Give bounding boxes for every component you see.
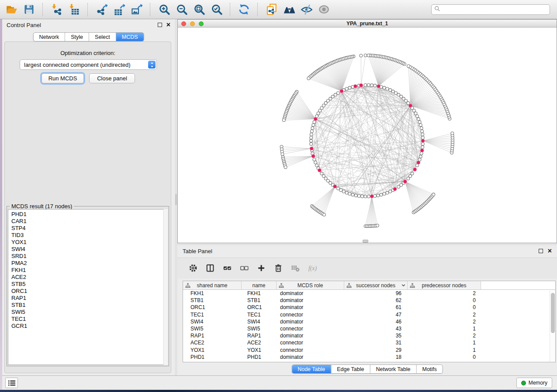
network-node[interactable] (370, 84, 374, 87)
network-node[interactable] (312, 124, 315, 127)
network-window-titlebar[interactable]: YPA_prune.txt_1 (178, 20, 557, 28)
network-node[interactable] (345, 87, 348, 90)
network-node[interactable] (402, 97, 405, 100)
network-node[interactable] (348, 193, 351, 196)
network-node[interactable] (329, 182, 332, 185)
tab-select[interactable]: Select (89, 33, 116, 41)
network-node[interactable] (389, 89, 392, 92)
network-node[interactable] (418, 158, 421, 161)
select-all-button[interactable] (221, 262, 234, 275)
network-node[interactable] (314, 161, 317, 164)
network-node[interactable] (421, 130, 424, 133)
table-row[interactable]: YOX1YOX1connector291 (183, 347, 555, 354)
network-node[interactable] (367, 54, 370, 57)
tab-node-table[interactable]: Node Table (292, 365, 331, 373)
memory-button[interactable]: Memory (516, 378, 552, 388)
table-scrollbar-thumb[interactable] (551, 293, 555, 333)
clone-network-button[interactable] (265, 3, 278, 17)
hide-graphics-details-button[interactable] (300, 3, 313, 17)
close-panel-icon[interactable]: × (166, 23, 170, 27)
network-node[interactable] (315, 164, 318, 167)
create-column-button[interactable] (255, 262, 268, 275)
tab-style[interactable]: Style (65, 33, 89, 41)
tab-motifs[interactable]: Motifs (416, 365, 442, 373)
mcds-hub-node[interactable] (413, 168, 417, 171)
network-node[interactable] (324, 102, 327, 105)
criterion-select[interactable]: largest connected component (undirected) (20, 59, 157, 70)
network-node[interactable] (322, 104, 325, 107)
column-header-predecessor-nodes[interactable]: predecessor nodes (408, 281, 481, 289)
network-node[interactable] (367, 195, 370, 198)
mcds-hub-node[interactable] (377, 84, 381, 88)
network-node[interactable] (416, 115, 419, 118)
result-node-item[interactable]: PHD1 (11, 211, 167, 218)
network-node[interactable] (407, 177, 410, 180)
network-node[interactable] (367, 83, 370, 86)
network-node[interactable] (364, 54, 367, 57)
network-node[interactable] (419, 124, 422, 127)
network-node[interactable] (320, 107, 323, 110)
column-header-MCDS-role[interactable]: MCDS role (277, 281, 344, 289)
network-node[interactable] (354, 194, 357, 197)
network-node[interactable] (310, 139, 313, 142)
mcds-hub-node[interactable] (318, 168, 321, 172)
network-node[interactable] (414, 112, 417, 115)
network-node[interactable] (411, 172, 414, 175)
network-node[interactable] (432, 193, 435, 196)
table-row[interactable]: ACE2ACE2connector311 (183, 339, 555, 346)
network-node[interactable] (364, 195, 367, 198)
network-node[interactable] (397, 186, 400, 189)
network-node[interactable] (311, 127, 314, 130)
zoom-fit-button[interactable] (192, 3, 205, 17)
table-row[interactable]: SWI5SWI5connector431 (183, 325, 555, 332)
network-node[interactable] (345, 191, 348, 194)
result-node-item[interactable]: TID3 (11, 232, 167, 239)
table-scrollbar[interactable] (550, 290, 555, 362)
result-node-item[interactable]: ORC1 (11, 288, 167, 295)
float-table-panel-icon[interactable] (539, 249, 543, 253)
result-node-item[interactable]: PMA2 (11, 260, 167, 267)
result-node-item[interactable]: FKH1 (11, 267, 167, 274)
network-node[interactable] (391, 90, 394, 93)
result-node-item[interactable]: RAP1 (11, 295, 167, 302)
result-node-item[interactable]: STB1 (11, 302, 167, 309)
network-node[interactable] (361, 195, 364, 198)
table-row[interactable]: TEC1TEC1connector472 (183, 311, 555, 318)
search-input[interactable] (442, 7, 547, 13)
result-node-item[interactable]: YOX1 (11, 239, 167, 246)
show-hide-columns-button[interactable] (204, 262, 217, 275)
network-node[interactable] (377, 194, 380, 197)
network-node[interactable] (386, 87, 389, 90)
network-node[interactable] (337, 92, 340, 95)
update-network-button[interactable] (237, 3, 250, 17)
tab-network-table[interactable]: Network Table (370, 365, 416, 373)
network-node[interactable] (313, 158, 316, 161)
network-node[interactable] (342, 190, 345, 193)
network-node[interactable] (323, 213, 326, 216)
network-node[interactable] (351, 193, 354, 196)
network-node[interactable] (417, 117, 420, 120)
network-node[interactable] (394, 92, 398, 95)
network-node[interactable] (281, 153, 284, 156)
network-node[interactable] (421, 136, 424, 139)
network-node[interactable] (451, 132, 454, 135)
network-node[interactable] (360, 54, 363, 57)
mcds-hub-node[interactable] (420, 149, 424, 152)
result-node-item[interactable]: SWI4 (11, 246, 167, 253)
network-node[interactable] (420, 127, 423, 130)
export-image-button[interactable] (130, 3, 143, 17)
deselect-all-button[interactable] (238, 262, 251, 275)
panel-menu-button[interactable] (5, 378, 18, 388)
table-row[interactable]: STB1STB1dominator620 (183, 297, 555, 304)
maximize-window-icon[interactable] (199, 21, 204, 26)
import-table-button[interactable] (67, 3, 80, 17)
mcds-hub-node[interactable] (310, 147, 313, 150)
network-node[interactable] (400, 95, 403, 98)
zoom-selected-button[interactable] (210, 3, 223, 17)
network-node[interactable] (421, 142, 424, 145)
mcds-hub-node[interactable] (314, 117, 317, 120)
open-session-button[interactable] (5, 3, 18, 17)
network-node[interactable] (317, 112, 320, 115)
network-canvas[interactable] (178, 28, 557, 243)
tab-edge-table[interactable]: Edge Table (331, 365, 370, 373)
